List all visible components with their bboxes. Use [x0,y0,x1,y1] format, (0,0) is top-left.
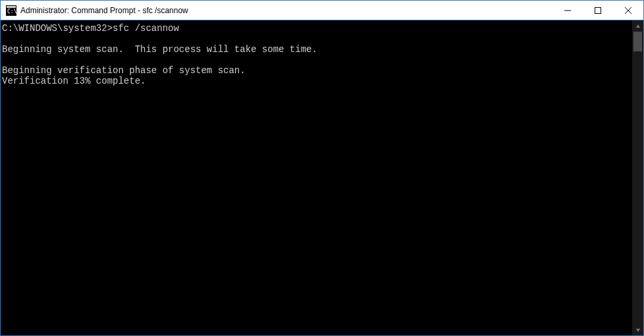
terminal-output[interactable]: C:\WINDOWS\system32>sfc /scannow Beginni… [1,20,632,335]
maximize-button[interactable] [583,1,613,20]
close-button[interactable] [613,1,643,20]
window-controls [552,1,643,20]
terminal-line: Beginning system scan. This process will… [2,44,632,55]
terminal-line: C:\WINDOWS\system32>sfc /scannow [2,23,632,34]
svg-marker-7 [636,24,640,28]
terminal-line [2,34,632,44]
vertical-scrollbar[interactable] [632,20,643,335]
terminal-line: Verification 13% complete. [2,76,632,86]
svg-text:C:\: C:\ [7,9,16,14]
svg-rect-1 [7,6,16,8]
window-titlebar[interactable]: C:\ Administrator: Command Prompt - sfc … [1,1,643,20]
svg-marker-8 [636,329,640,332]
terminal-line: Beginning verification phase of system s… [2,65,632,76]
cmd-icon: C:\ [6,5,16,16]
scroll-up-arrow-icon[interactable] [632,20,643,32]
scroll-thumb[interactable] [633,32,642,51]
terminal-line [2,55,632,65]
terminal-area[interactable]: C:\WINDOWS\system32>sfc /scannow Beginni… [1,20,643,335]
window-title: Administrator: Command Prompt - sfc /sca… [20,6,552,15]
scroll-down-arrow-icon[interactable] [632,324,643,335]
minimize-button[interactable] [552,1,583,20]
svg-rect-4 [595,7,601,13]
